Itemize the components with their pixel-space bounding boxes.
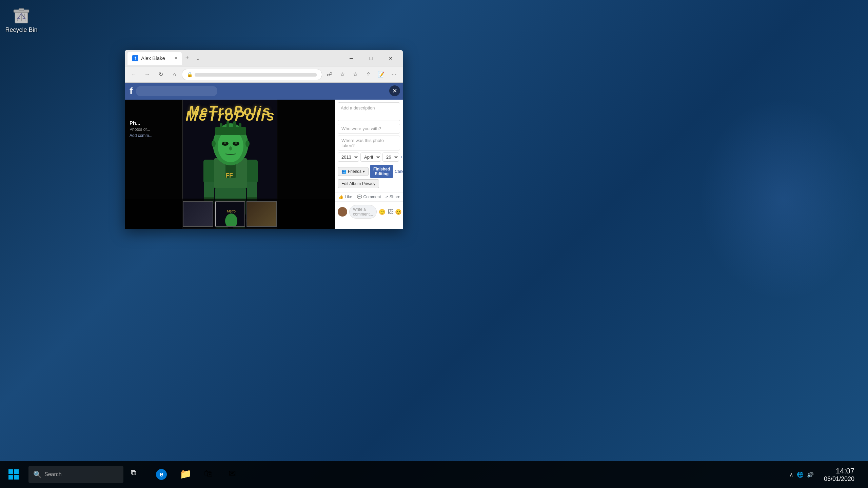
minimize-button[interactable]: ─ bbox=[342, 53, 361, 64]
edge-taskbar-icon[interactable]: e bbox=[149, 461, 174, 488]
recycle-bin-icon[interactable]: Recycle Bin bbox=[3, 3, 40, 36]
taskbar-search-placeholder: Search bbox=[44, 471, 62, 477]
thumb-3[interactable] bbox=[246, 201, 277, 227]
photo-title: Ph... bbox=[130, 120, 152, 126]
reactions-row: 👍 Like 💬 Comment ↗ Share bbox=[335, 192, 403, 202]
task-view-icon: ⧉ bbox=[131, 468, 143, 481]
finished-editing-button[interactable]: Finished Editing bbox=[370, 165, 393, 178]
start-button[interactable] bbox=[0, 461, 27, 488]
toolbar-right: ☍ ☆ ☆ ⇧ 📝 ⋯ bbox=[323, 68, 400, 81]
recycle-bin-svg bbox=[11, 5, 32, 25]
svg-rect-26 bbox=[226, 121, 229, 128]
month-select[interactable]: April bbox=[360, 152, 381, 162]
like-button[interactable]: 👍 Like bbox=[335, 192, 356, 201]
friends-button[interactable]: 👥 Friends ▾ bbox=[338, 167, 369, 176]
browser-toolbar: ← → ↻ ⌂ 🔒 ☍ ☆ ☆ ⇧ 📝 ⋯ bbox=[125, 66, 403, 83]
svg-rect-25 bbox=[220, 123, 222, 128]
photo-thumbnails: Metro bbox=[125, 199, 335, 229]
forward-button[interactable]: → bbox=[141, 68, 153, 81]
photo-subtitle: Photos of... bbox=[130, 127, 152, 132]
maximize-button[interactable]: □ bbox=[361, 53, 380, 64]
tab-favicon: f bbox=[132, 55, 138, 61]
photo-main-area: Ph... Photos of... Add comm... MeTroPoli… bbox=[125, 83, 403, 229]
fb-logo: f bbox=[130, 86, 133, 97]
svg-rect-14 bbox=[247, 160, 258, 183]
refresh-button[interactable]: ↻ bbox=[155, 68, 167, 81]
network-icon[interactable]: 🌐 bbox=[797, 471, 804, 478]
taskbar-clock[interactable]: 14:07 06/01/2020 bbox=[818, 467, 860, 483]
tab-close-button[interactable]: ✕ bbox=[173, 55, 179, 61]
tab-arrow-button[interactable]: ⌄ bbox=[193, 53, 203, 64]
fb-nav-content bbox=[136, 84, 398, 98]
svg-text:FF: FF bbox=[225, 172, 233, 179]
photo-close-button[interactable]: ✕ bbox=[389, 85, 400, 96]
system-tray-icons: ∧ 🌐 🔊 bbox=[785, 471, 818, 478]
comment-button[interactable]: 💬 Comment bbox=[356, 192, 382, 201]
thumb-2[interactable]: Metro bbox=[215, 201, 245, 227]
date-row: 2013 April 26 + Add hour bbox=[338, 152, 400, 162]
add-hour-button[interactable]: + Add hour bbox=[400, 155, 403, 160]
svg-point-35 bbox=[245, 140, 250, 147]
day-select[interactable]: 26 bbox=[382, 152, 399, 162]
thumb-inner-2: Metro bbox=[215, 202, 244, 226]
browser-tab[interactable]: f Alex Blake ✕ bbox=[127, 52, 182, 65]
comment-input[interactable]: Write a comment... bbox=[349, 205, 377, 219]
poster-title: MeTroPolis bbox=[183, 104, 277, 118]
notes-button[interactable]: 📝 bbox=[375, 68, 387, 81]
edit-album-privacy-row: Edit Album Privacy bbox=[338, 179, 400, 188]
who-with-field[interactable]: Who were you with? bbox=[338, 124, 400, 134]
svg-rect-13 bbox=[203, 160, 214, 183]
fb-search-bar[interactable] bbox=[136, 86, 217, 96]
cancel-button[interactable]: Cancel bbox=[395, 169, 403, 174]
photo-left-panel: Ph... Photos of... Add comm... MeTroPoli… bbox=[125, 100, 335, 229]
thumb-1[interactable] bbox=[183, 201, 213, 227]
address-bar[interactable]: 🔒 bbox=[182, 69, 322, 80]
share-button[interactable]: ⇧ bbox=[362, 68, 374, 81]
edit-album-privacy-button[interactable]: Edit Album Privacy bbox=[338, 179, 379, 188]
sticker-icon[interactable]: 😊 bbox=[395, 208, 402, 215]
up-arrow-icon[interactable]: ∧ bbox=[789, 471, 793, 478]
svg-rect-24 bbox=[215, 127, 246, 135]
address-text[interactable] bbox=[195, 72, 317, 77]
year-select[interactable]: 2013 bbox=[338, 152, 359, 162]
gif-icon[interactable]: 🖼 bbox=[387, 208, 394, 215]
browser-titlebar: f Alex Blake ✕ + ⌄ ─ □ ✕ bbox=[125, 50, 403, 66]
home-button[interactable]: ⌂ bbox=[168, 68, 180, 81]
recycle-bin-label: Recycle Bin bbox=[5, 26, 37, 34]
windows-logo-icon bbox=[8, 469, 19, 480]
mail-taskbar-icon[interactable]: ✉ bbox=[222, 461, 247, 488]
clock-date: 06/01/2020 bbox=[824, 475, 854, 483]
task-view-button[interactable]: ⧉ bbox=[125, 461, 149, 488]
show-desktop-button[interactable] bbox=[860, 461, 865, 488]
volume-icon[interactable]: 🔊 bbox=[807, 471, 814, 478]
taskbar-search[interactable]: 🔍 Search bbox=[28, 466, 123, 483]
favorites-button[interactable]: ☆ bbox=[336, 68, 349, 81]
browser-content: f ✕ Ph... Photos of... bbox=[125, 83, 403, 229]
photo-add-comment[interactable]: Add comm... bbox=[130, 133, 152, 138]
thumb-inner-1 bbox=[183, 202, 213, 226]
share-button[interactable]: ↗ Share bbox=[382, 192, 403, 201]
svg-point-31 bbox=[224, 142, 226, 144]
more-button[interactable]: ⋯ bbox=[388, 68, 400, 81]
hub-button[interactable]: ☆ bbox=[349, 68, 361, 81]
file-explorer-icon: 📁 bbox=[180, 468, 192, 481]
photo-label-area: Ph... Photos of... Add comm... bbox=[125, 117, 157, 141]
new-tab-button[interactable]: + bbox=[182, 53, 193, 64]
svg-rect-44 bbox=[14, 475, 19, 480]
emoji-icon[interactable]: 🙂 bbox=[379, 208, 386, 215]
friends-dropdown-icon: ▾ bbox=[363, 169, 365, 174]
svg-rect-16 bbox=[247, 182, 257, 199]
store-taskbar-icon[interactable]: 🛍 bbox=[198, 461, 222, 488]
file-explorer-taskbar-icon[interactable]: 📁 bbox=[174, 461, 198, 488]
description-field[interactable]: Add a description bbox=[338, 102, 400, 121]
reading-view-button[interactable]: ☍ bbox=[323, 68, 336, 81]
svg-rect-41 bbox=[8, 469, 13, 474]
svg-rect-28 bbox=[239, 123, 241, 128]
where-field[interactable]: Where was this photo taken? bbox=[338, 136, 400, 150]
svg-rect-27 bbox=[233, 121, 236, 128]
comment-icon: 💬 bbox=[357, 195, 362, 199]
svg-point-33 bbox=[229, 146, 232, 150]
close-button[interactable]: ✕ bbox=[381, 53, 400, 64]
back-button[interactable]: ← bbox=[127, 68, 140, 81]
like-icon: 👍 bbox=[338, 195, 343, 199]
